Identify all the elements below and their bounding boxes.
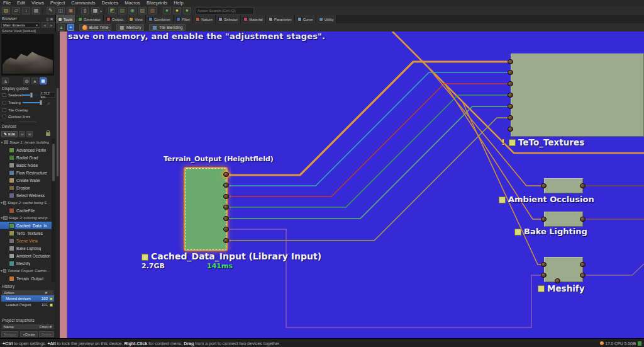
port[interactable] (508, 59, 513, 64)
extents-dropdown[interactable]: Main Extents▼ (1, 22, 40, 28)
meshify-node-label[interactable]: Meshify (547, 283, 585, 293)
teto-node-label[interactable]: TeTo_Textures (518, 137, 584, 147)
tree-item-selected[interactable]: Cached_Data_Input (0, 222, 52, 229)
tree-item[interactable]: Flow Restructure (0, 169, 52, 176)
port[interactable] (223, 227, 229, 232)
port[interactable] (508, 115, 513, 120)
delete-button[interactable]: Delete (39, 331, 54, 337)
port[interactable] (508, 104, 513, 109)
action-search-input[interactable]: Action Search (Ctrl+Q) (195, 8, 254, 14)
grid-view-icon[interactable]: ▦ (40, 77, 47, 84)
tree-item[interactable]: Advanced Perlin (0, 146, 52, 154)
grid-layout-icon[interactable]: ▦ (91, 7, 99, 14)
sealevel-slider[interactable] (23, 94, 39, 96)
restore-button[interactable]: Restore (1, 331, 18, 337)
tree-group[interactable]: ▼Stage 3: coloring and preview (0, 214, 52, 222)
tile-overlay-checkbox[interactable] (3, 108, 6, 112)
port[interactable] (223, 194, 229, 199)
port[interactable] (223, 205, 229, 210)
sealevel-checkbox[interactable] (3, 93, 6, 97)
menu-edit[interactable]: Edit (14, 0, 28, 6)
tab-material[interactable]: Material (241, 15, 265, 23)
tab-generator[interactable]: Generator (75, 15, 104, 23)
tracing-checkbox[interactable] (3, 101, 6, 105)
tab-output[interactable]: Output (104, 15, 126, 23)
tree-item[interactable]: Scene View (0, 237, 52, 244)
new-file-icon[interactable]: ▤ (2, 7, 10, 14)
tree-item[interactable]: Meshify (0, 259, 52, 267)
terrain-mode-icon[interactable]: ▲ (58, 24, 65, 31)
port[interactable] (580, 262, 586, 267)
ambient-occlusion-node[interactable] (544, 178, 583, 193)
mountains-icon[interactable]: ▲ (31, 77, 38, 84)
port[interactable] (541, 262, 547, 267)
tab-filter[interactable]: Filter (174, 15, 193, 23)
device-icon[interactable]: ▣ (67, 7, 75, 14)
tree-group[interactable]: ▼Tutorial Project: Caching your terrain … (0, 267, 52, 275)
tree-item[interactable]: Terrain_Output (0, 275, 52, 282)
tree-item[interactable]: Erosion (0, 184, 52, 191)
tree-item[interactable]: Select Wetness (0, 191, 52, 199)
tracing-folder-icon[interactable]: ▱ (47, 101, 50, 105)
history-row[interactable]: Moved devices 102 (1, 295, 54, 302)
port[interactable] (223, 172, 229, 177)
tree-item[interactable]: Radial Grad (0, 154, 52, 161)
port[interactable] (580, 183, 586, 188)
port[interactable] (580, 273, 586, 278)
move-mode-icon[interactable]: + (67, 24, 74, 31)
bake-node-label[interactable]: Bake Lighting (524, 227, 587, 236)
port[interactable] (541, 183, 547, 188)
list-mode-icon[interactable]: ⊟ (19, 131, 25, 137)
tree-item[interactable]: Bake Lighting (0, 244, 52, 252)
canvas-scrollbar[interactable] (55, 31, 60, 338)
grid-dropdown-icon[interactable]: ▾ (100, 9, 102, 13)
terrain-output-node[interactable] (185, 168, 226, 250)
cached-node-label[interactable]: Cached_Data_Input (Library Input) (151, 251, 321, 261)
tab-selector[interactable]: Selector (216, 15, 241, 23)
tab-combiner[interactable]: Combiner (146, 15, 174, 23)
bake-lighting-node[interactable] (544, 212, 583, 227)
pen-icon[interactable]: ✎ (47, 7, 55, 14)
port[interactable] (555, 278, 560, 283)
page-icon[interactable]: ▯ (81, 7, 89, 14)
open-folder-icon[interactable]: ▱ (12, 7, 20, 14)
tab-nature[interactable]: Nature (193, 15, 216, 23)
sphere-lime-icon[interactable]: ● (183, 7, 191, 14)
tree-item[interactable]: Ambient Occlusion (0, 252, 52, 259)
port[interactable] (508, 127, 513, 132)
menu-help[interactable]: Help (170, 0, 186, 6)
tab-curve[interactable]: Curve (295, 15, 316, 23)
tracing-slider[interactable] (23, 102, 45, 103)
lighting-icon[interactable]: ◍ (23, 77, 30, 84)
history-row[interactable]: Loaded Project 101 (1, 302, 54, 308)
layout-icon[interactable]: ◫ (57, 7, 65, 14)
port[interactable] (580, 217, 586, 222)
tab-parameter[interactable]: Parameter (266, 15, 295, 23)
tab-view[interactable]: View (126, 15, 146, 23)
ao-node-label[interactable]: Ambient Occlusion (508, 195, 594, 204)
menu-blueprints[interactable]: Blueprints (143, 0, 170, 6)
create-button[interactable]: +Create (20, 331, 38, 337)
texture-icon[interactable]: ▥ (148, 7, 157, 14)
contour-checkbox[interactable] (3, 115, 6, 118)
menu-commands[interactable]: Commands (68, 0, 98, 6)
tree-item[interactable]: CacheFile (0, 207, 52, 214)
terrain-preview[interactable] (1, 34, 54, 76)
tab-tools[interactable]: Tools (55, 15, 75, 23)
sealevel-value[interactable]: 1.312 km (40, 93, 55, 98)
menu-macros[interactable]: Macros (121, 0, 143, 6)
import-icon[interactable]: ↓ (22, 7, 30, 14)
sphere-green-icon[interactable]: ● (163, 7, 171, 14)
tree-item[interactable]: Create Water (0, 176, 52, 184)
port[interactable] (541, 217, 547, 222)
node-graph-canvas[interactable]: save on memory, and enable the "adjustme… (60, 31, 644, 338)
port[interactable] (541, 273, 547, 278)
image-icon[interactable]: ▨ (138, 7, 147, 14)
port[interactable] (223, 183, 229, 188)
sphere-yellow-icon[interactable]: ● (173, 7, 181, 14)
tree-item[interactable]: TeTo_Textures (0, 229, 52, 237)
port[interactable] (508, 81, 513, 86)
menu-views[interactable]: Views (28, 0, 47, 6)
memory-button[interactable]: ▦Memory (116, 24, 144, 31)
view-3d-icon[interactable]: ▧ (118, 7, 126, 14)
